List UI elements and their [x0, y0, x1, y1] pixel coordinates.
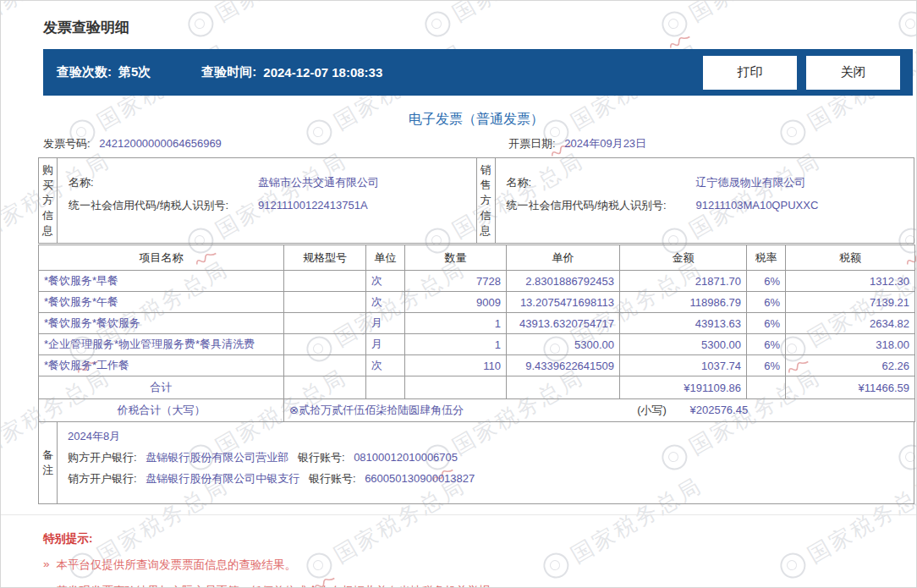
chevron-bullet-icon: » — [43, 584, 50, 588]
tax-bureau-emblem-icon — [420, 7, 455, 41]
col-header-price: 单价 — [507, 245, 620, 271]
seller-name-label: 名称: — [507, 171, 696, 194]
grand-total-small-value: ¥202576.45 — [689, 404, 748, 416]
table-row: *餐饮服务*餐饮服务 月 1 43913.6320754717 43913.63… — [39, 313, 915, 334]
check-count-value: 第5次 — [118, 64, 151, 80]
buyer-taxid-value: 91211100122413751A — [258, 194, 368, 217]
seller-taxid-label: 统一社会信用代码/纳税人识别号: — [507, 194, 696, 217]
col-header-item-name: 项目名称 — [39, 245, 284, 271]
table-row: *企业管理服务*物业管理服务费*餐具清洗费 月 1 5300.00 5300.0… — [39, 334, 915, 355]
special-notice-footer: 特别提示: » 本平台仅提供所查询发票票面信息的查验结果。 » 若发现发票查验结… — [1, 514, 916, 587]
buyer-taxid-label: 统一社会信用代码/纳税人识别号: — [69, 194, 258, 217]
check-time-label: 查验时间: — [201, 64, 256, 80]
grand-total-small-label: (小写) — [637, 404, 667, 416]
total-label: 合计 — [39, 376, 284, 399]
col-header-spec: 规格型号 — [284, 245, 366, 271]
grand-total-label: 价税合计（大写） — [39, 399, 284, 422]
remarks-box: 备注 2024年8月 购方开户银行: 盘锦银行股份有限公司营业部 银行账号: 0… — [38, 421, 914, 504]
invoice-document: 电子发票（普通发票） 发票号码: 24212000000064656969 开票… — [38, 101, 914, 504]
grand-total-small: (小写) ¥202576.45 — [637, 399, 748, 421]
tax-bureau-emblem-icon — [657, 7, 692, 41]
seller-account-value: 660050130900013827 — [365, 472, 475, 485]
invoice-number-row: 发票号码: 24212000000064656969 开票日期: 2024年09… — [38, 135, 914, 152]
red-seal-mark-icon — [667, 30, 692, 51]
col-header-unit: 单位 — [366, 245, 405, 271]
col-header-rate: 税率 — [747, 245, 786, 271]
invoice-verification-page: 国家税务总局国家税务总局国家税务总局国家税务总局国家税务总局国家税务总局国家税务… — [0, 0, 917, 588]
seller-bank-label: 销方开户银行: — [68, 472, 137, 485]
tax-bureau-emblem-icon — [184, 7, 218, 41]
grand-total-row: 价税合计（大写） ⊗贰拾万贰仟伍佰柒拾陆圆肆角伍分 (小写) ¥202576.4… — [39, 399, 915, 422]
buyer-bank-value: 盘锦银行股份有限公司营业部 — [146, 451, 288, 464]
print-button[interactable]: 打印 — [703, 56, 797, 90]
special-notice-item: » 若发现发票查验结果与实际交易不符，任何单位或个人有权拒收并向当地税务机关举报… — [43, 584, 899, 588]
buyer-name-value: 盘锦市公共交通有限公司 — [258, 171, 379, 194]
line-items-table: 项目名称 规格型号 单位 数量 单价 金额 税率 税额 *餐饮服务*早餐 次 7… — [38, 245, 915, 422]
buyer-bank-label: 购方开户银行: — [68, 451, 137, 464]
invoice-type-title: 电子发票（普通发票） — [38, 111, 914, 128]
col-header-amount: 金额 — [620, 245, 747, 271]
seller-taxid-value: 91211103MA10QPUXXC — [696, 194, 819, 217]
watermark-item: 国家税务总局 — [656, 1, 826, 44]
verification-toolbar: 查验次数: 第5次 查验时间: 2024-12-07 18:08:33 打印 关… — [43, 49, 913, 96]
col-header-qty: 数量 — [405, 245, 507, 271]
close-button[interactable]: 关闭 — [806, 56, 900, 90]
seller-section: 销售方信息 名称: 辽宁德晟物业有限公司 统一社会信用代码/纳税人识别号: 91… — [477, 158, 914, 243]
tax-bureau-emblem-icon — [894, 7, 916, 41]
seller-account-label: 银行账号: — [309, 472, 356, 485]
grand-total-words: ⊗贰拾万贰仟伍佰柒拾陆圆肆角伍分 — [289, 404, 464, 416]
invoice-number-value: 24212000000064656969 — [99, 137, 222, 150]
party-info-box: 购买方信息 名称: 盘锦市公共交通有限公司 统一社会信用代码/纳税人识别号: 9… — [38, 157, 914, 244]
check-count-label: 查验次数: — [57, 64, 112, 80]
invoice-date-value: 2024年09月23日 — [564, 137, 646, 150]
remarks-period: 2024年8月 — [68, 426, 905, 447]
seller-name-value: 辽宁德晟物业有限公司 — [696, 171, 806, 194]
table-row: *餐饮服务*早餐 次 7728 2.8301886792453 21871.70… — [39, 271, 915, 292]
remarks-side-label: 备注 — [39, 422, 58, 503]
seller-bank-value: 盘锦银行股份有限公司中银支行 — [146, 472, 299, 485]
chevron-bullet-icon: » — [43, 558, 50, 573]
buyer-name-label: 名称: — [69, 171, 258, 194]
watermark-item: 国家税务总局 — [893, 1, 916, 44]
special-notice-item: » 本平台仅提供所查询发票票面信息的查验结果。 — [43, 558, 899, 573]
watermark-item: 国家税务总局 — [420, 1, 589, 44]
buyer-section: 购买方信息 名称: 盘锦市公共交通有限公司 统一社会信用代码/纳税人识别号: 9… — [39, 158, 477, 243]
watermark-item: 国家税务总局 — [183, 1, 352, 44]
invoice-date-label: 开票日期: — [508, 137, 556, 150]
col-header-tax: 税额 — [786, 245, 915, 271]
page-title: 发票查验明细 — [43, 18, 129, 37]
invoice-number-label: 发票号码: — [43, 137, 91, 150]
buyer-side-label: 购买方信息 — [39, 158, 58, 243]
total-amount: ¥191109.86 — [620, 376, 747, 399]
table-row: *餐饮服务*工作餐 次 110 9.4339622641509 1037.74 … — [39, 355, 915, 376]
table-row: *餐饮服务*午餐 次 9009 13.2075471698113 118986.… — [39, 292, 915, 313]
remarks-buyer-bank-line: 购方开户银行: 盘锦银行股份有限公司营业部 银行账号: 081000120100… — [68, 447, 905, 468]
total-row: 合计 ¥191109.86 ¥11466.59 — [39, 376, 915, 399]
table-header-row: 项目名称 规格型号 单位 数量 单价 金额 税率 税额 — [39, 245, 915, 271]
seller-side-label: 销售方信息 — [477, 158, 496, 243]
buyer-account-value: 08100012010006705 — [354, 451, 458, 464]
special-notice-title: 特别提示: — [43, 531, 899, 547]
buyer-account-label: 银行账号: — [298, 451, 345, 464]
check-time-value: 2024-12-07 18:08:33 — [263, 65, 382, 80]
total-tax: ¥11466.59 — [786, 376, 915, 399]
remarks-seller-bank-line: 销方开户银行: 盘锦银行股份有限公司中银支行 银行账号: 66005013090… — [68, 468, 905, 489]
